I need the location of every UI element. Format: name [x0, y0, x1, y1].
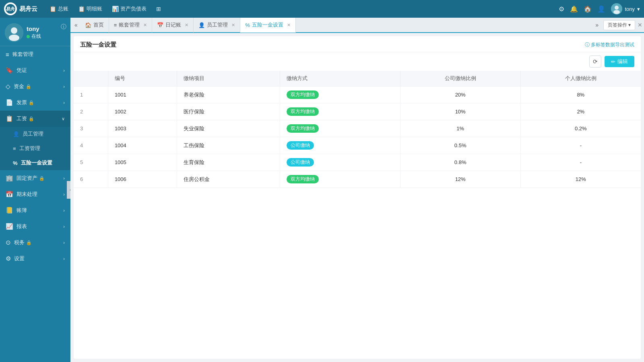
tab-employee[interactable]: 👤 员工管理 ✕	[194, 18, 240, 33]
sidebar: tony 在线 ⓘ ≡ 账套管理 🔖 凭证 › ◇ 资金 🔒	[0, 18, 70, 362]
edit-button[interactable]: ✏ 编辑	[605, 56, 634, 67]
sidebar-item-settings[interactable]: ⚙ 设置 ›	[0, 251, 70, 267]
tab-insurance-settings[interactable]: % 五险一金设置 ✕	[240, 18, 296, 33]
sidebar-item-reports[interactable]: 📈 报表 ›	[0, 218, 70, 234]
close-all-button[interactable]: ✕	[638, 22, 642, 28]
tab-close-employee[interactable]: ✕	[231, 23, 235, 28]
table-row: 5 1005 生育保险 公司缴纳 0.8% -	[74, 154, 641, 171]
cell-company-pct-1: 10%	[400, 103, 520, 120]
sidebar-item-period-end[interactable]: 📅 期末处理 ›	[0, 186, 70, 202]
menu-item-general-ledger[interactable]: 📋 总账	[45, 4, 72, 14]
cell-name-2: 失业保险	[177, 120, 280, 137]
sidebar-item-capital[interactable]: ◇ 资金 🔒 ›	[0, 78, 70, 95]
chevron-right-icon: ›	[63, 208, 65, 213]
sidebar-item-salary-mgmt[interactable]: ≡ 工资管理	[0, 141, 70, 156]
cell-code-1: 1002	[108, 103, 177, 120]
top-menu: 📋 总账 📋 明细账 📊 资产负债表 ⊞	[45, 4, 559, 14]
username-top: tony	[625, 6, 635, 12]
cell-company-pct-4: 0.8%	[400, 154, 520, 171]
user-dropdown-icon: ▾	[637, 6, 640, 12]
home-nav-icon[interactable]: 🏠	[584, 5, 592, 13]
capital-icon: ◇	[6, 83, 10, 90]
user-nav-icon[interactable]: 👤	[597, 5, 605, 13]
col-header-num	[74, 71, 108, 86]
sidebar-username: tony	[27, 25, 66, 32]
pay-badge-2: 双方均缴纳	[287, 124, 319, 133]
chevron-right-icon: ›	[63, 176, 65, 181]
info-icon[interactable]: ⓘ	[61, 23, 66, 31]
sidebar-user-info: tony 在线	[27, 25, 66, 40]
cell-name-5: 住房公积金	[177, 171, 280, 188]
refresh-button[interactable]: ⟳	[589, 56, 601, 68]
cell-code-2: 1003	[108, 120, 177, 137]
sidebar-collapse-handle[interactable]: ‹	[67, 181, 70, 199]
cell-name-0: 养老保险	[177, 86, 280, 103]
invoice-icon: 📄	[6, 99, 13, 106]
tab-home[interactable]: 🏠 首页	[80, 18, 109, 33]
info-circle-icon: ⓘ	[585, 41, 590, 48]
insurance-icon: %	[13, 160, 18, 166]
sidebar-status: 在线	[27, 33, 66, 40]
journal-tab-icon: 📅	[157, 22, 163, 28]
cell-company-pct-3: 0.5%	[400, 137, 520, 154]
sidebar-item-employee-mgmt[interactable]: 👤 员工管理	[0, 127, 70, 141]
tab-prev-btn[interactable]: «	[72, 22, 80, 28]
col-header-company: 公司缴纳比例	[400, 71, 520, 86]
settings-sidebar-icon: ⚙	[6, 255, 11, 262]
menu-item-detail-ledger[interactable]: 📋 明细账	[74, 4, 106, 14]
voucher-icon: 🔖	[6, 67, 13, 74]
cell-method-0: 双方均缴纳	[280, 86, 400, 103]
notification-icon[interactable]: 🔔	[570, 5, 578, 13]
cell-code-0: 1001	[108, 86, 177, 103]
sidebar-item-voucher[interactable]: 🔖 凭证 ›	[0, 62, 70, 78]
account-mgmt-icon: ≡	[6, 51, 9, 58]
cell-code-4: 1005	[108, 154, 177, 171]
user-area[interactable]: tony ▾	[611, 3, 640, 14]
cell-method-2: 双方均缴纳	[280, 120, 400, 137]
cell-method-4: 公司缴纳	[280, 154, 400, 171]
cell-personal-pct-2: 0.2%	[520, 120, 641, 137]
ledger-sidebar-icon: 📒	[6, 207, 13, 214]
logo-icon: 易舟	[4, 2, 17, 15]
refresh-icon: ⟳	[593, 58, 598, 65]
tab-close-journal[interactable]: ✕	[185, 23, 188, 28]
chevron-right-icon: ›	[63, 224, 65, 229]
capital-lock-icon: 🔒	[26, 84, 31, 89]
sidebar-item-tax[interactable]: ⊙ 税务 🔒 ›	[0, 234, 70, 251]
cell-personal-pct-0: 8%	[520, 86, 641, 103]
pay-badge-0: 双方均缴纳	[287, 90, 319, 99]
sidebar-item-ledger[interactable]: 📒 账簿 ›	[0, 202, 70, 218]
tab-journal[interactable]: 📅 日记账 ✕	[152, 18, 194, 33]
tab-close-insurance[interactable]: ✕	[287, 23, 291, 28]
cell-personal-pct-4: -	[520, 154, 641, 171]
table-row: 6 1006 住房公积金 双方均缴纳 12% 12%	[74, 171, 641, 188]
sidebar-item-invoice[interactable]: 📄 发票 🔒 ›	[0, 95, 70, 111]
table-row: 2 1002 医疗保险 双方均缴纳 10% 2%	[74, 103, 641, 120]
sidebar-item-fixed-assets[interactable]: 🏢 固定资产 🔒 ›	[0, 170, 70, 186]
menu-item-balance-sheet[interactable]: 📊 资产负债表	[108, 4, 151, 14]
insurance-tab-icon: %	[245, 22, 250, 28]
test-data-link[interactable]: ⓘ 多标签数据导出测试	[585, 41, 634, 48]
cell-num-4: 5	[74, 154, 108, 171]
table-row: 1 1001 养老保险 双方均缴纳 20% 8%	[74, 86, 641, 103]
sidebar-item-insurance[interactable]: % 五险一金设置	[0, 156, 70, 170]
table-header-row: 编号 缴纳项目 缴纳方式 公司缴纳比例 个人缴纳比例	[74, 71, 641, 86]
page-ops-dropdown-icon: ▾	[628, 22, 631, 28]
salary-submenu: 👤 员工管理 ≡ 工资管理 % 五险一金设置	[0, 127, 70, 170]
tab-account-mgmt[interactable]: ≡ 账套管理 ✕	[109, 18, 153, 33]
settings-icon[interactable]: ⚙	[559, 5, 564, 13]
pay-badge-4: 公司缴纳	[287, 158, 314, 167]
tax-icon: ⊙	[6, 239, 11, 246]
app-body: tony 在线 ⓘ ≡ 账套管理 🔖 凭证 › ◇ 资金 🔒	[0, 18, 644, 362]
page-ops-button[interactable]: 页签操作 ▾	[603, 20, 635, 30]
logo-text: 易舟云	[19, 5, 37, 13]
menu-item-add[interactable]: ⊞	[152, 4, 165, 14]
svg-point-4	[613, 10, 620, 14]
tab-close-account[interactable]: ✕	[143, 23, 147, 28]
cell-company-pct-0: 20%	[400, 86, 520, 103]
logo-area[interactable]: 易舟 易舟云	[4, 2, 37, 15]
add-icon: ⊞	[156, 6, 161, 12]
tab-next-btn[interactable]: »	[593, 22, 601, 28]
sidebar-item-salary[interactable]: 📋 工资 🔒 ∨	[0, 111, 70, 127]
sidebar-item-account-mgmt[interactable]: ≡ 账套管理	[0, 46, 70, 62]
